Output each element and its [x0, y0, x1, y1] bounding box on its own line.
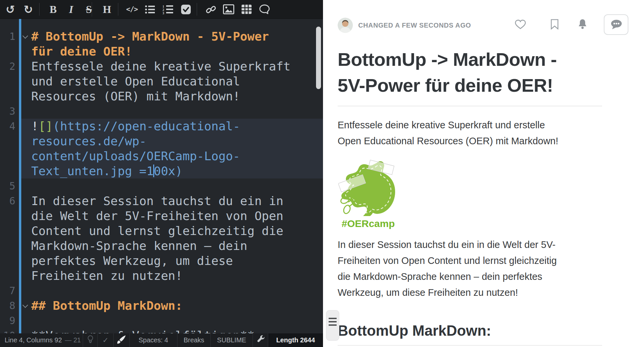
text-cursor — [153, 165, 154, 177]
section-divider — [338, 345, 602, 346]
heading-button[interactable]: H — [98, 2, 116, 17]
editor-pane: ↺↻BISH</>123 1# BottomUp -> MarkDown - 5… — [0, 0, 323, 347]
editor-row-16[interactable]: Freiheiten zu nutzen! — [0, 268, 323, 283]
code-line-text: In dieser Session tauchst du ein in — [31, 193, 283, 208]
editor-row-8[interactable]: content/uploads/OERCamp-Logo- — [0, 149, 323, 164]
editor-row-4[interactable]: Resources (OER) mit Markdown! — [0, 89, 323, 104]
check-icon — [181, 4, 191, 15]
author-avatar[interactable] — [338, 18, 353, 33]
code-editor[interactable]: 1# BottomUp -> MarkDown - 5V-Powerfür de… — [0, 19, 323, 333]
code-icon: </> — [126, 5, 138, 13]
avatar-photo — [338, 18, 353, 33]
code-line-text: **Verwahren & Vervielfältigen** — [31, 328, 255, 333]
editor-row-3[interactable]: und erstelle Open Educational — [0, 74, 323, 89]
status-indent-spaces[interactable]: Spaces: 4 — [130, 333, 177, 347]
code-line-text: Freiheiten zu nutzen! — [31, 268, 182, 283]
insert-link-button[interactable] — [202, 2, 220, 17]
strikethrough-button[interactable]: S — [80, 2, 98, 17]
italic-button[interactable]: I — [62, 2, 80, 17]
editor-row-12[interactable]: die Welt der 5V-Freiheiten von Open — [0, 208, 323, 223]
editor-row-9[interactable]: Text_unten.jpg =100x) — [0, 164, 323, 178]
strike-icon: S — [86, 2, 92, 17]
check-list-button[interactable] — [177, 2, 195, 17]
editor-row-0[interactable]: 1# BottomUp -> MarkDown - 5V-Power — [0, 29, 323, 44]
editor-row-6[interactable]: 4![](https://open-educational- — [0, 119, 323, 134]
line-number: 7 — [0, 283, 15, 298]
editor-row-18[interactable]: 8## BottomUp MarkDown: — [0, 298, 323, 313]
editor-row-2[interactable]: 2Entfessele deine kreative Superkraft — [0, 59, 323, 74]
redo-button[interactable]: ↻ — [19, 2, 37, 17]
preview-header: CHANGED A FEW SECONDS AGO — [338, 15, 471, 36]
editor-row-11[interactable]: 6In dieser Session tauchst du ein in — [0, 193, 323, 208]
code-line-text: Markdown-Sprache kennen – dein — [31, 238, 247, 253]
editor-row-10[interactable]: 5 — [0, 178, 323, 193]
undo-button[interactable]: ↺ — [1, 2, 19, 17]
fold-chevron-icon[interactable] — [23, 302, 28, 308]
editor-scrollbar-thumb[interactable] — [316, 27, 321, 89]
insert-comment-button[interactable] — [256, 2, 273, 17]
status-editor-settings[interactable] — [253, 333, 268, 347]
bulb-icon — [87, 335, 94, 346]
like-heart-icon[interactable] — [514, 19, 526, 31]
bullet-list-button[interactable] — [141, 2, 159, 17]
status-night-mode[interactable] — [83, 333, 98, 347]
status-linebreak-mode[interactable]: Breaks — [177, 333, 211, 347]
status-cursor-position: Line 4, Columns 92— 21 — [0, 333, 83, 347]
code-line-text: ![](https://open-educational- — [31, 119, 240, 134]
editor-toolbar: ↺↻BISH</>123 — [0, 0, 323, 19]
title-divider — [338, 106, 602, 106]
link-icon — [205, 4, 216, 15]
paragraph2-line3: die Markdown-Sprache kennen – dein perfe… — [338, 269, 542, 285]
editor-row-19[interactable]: 9 — [0, 313, 323, 328]
italic-icon: I — [69, 4, 73, 15]
comment-icon — [259, 4, 270, 15]
split-drag-handle[interactable] — [326, 310, 339, 340]
editor-row-7[interactable]: resources.de/wp- — [0, 134, 323, 149]
editor-row-17[interactable]: 7 — [0, 283, 323, 298]
editor-row-13[interactable]: Content und lernst gleichzeitig die — [0, 223, 323, 238]
status-doc-length: Length 2644 — [268, 333, 323, 347]
editor-row-5[interactable]: 3 — [0, 104, 323, 119]
code-line-text: die Welt der 5V-Freiheiten von Open — [31, 208, 283, 223]
insert-table-button[interactable] — [238, 2, 256, 17]
code-line-text: und erstelle Open Educational — [31, 74, 240, 89]
status-spellcheck[interactable]: ✓ — [98, 333, 114, 347]
line-number: 5 — [0, 178, 15, 193]
paragraph1-line2: Open Educational Resources (OER) mit Mar… — [338, 133, 558, 149]
spellcheck-icon: ✓ — [102, 336, 108, 344]
code-line-text: # BottomUp -> MarkDown - 5V-Power — [31, 29, 269, 44]
editor-row-1[interactable]: für deine OER! — [0, 44, 323, 59]
bookmark-icon[interactable] — [550, 19, 559, 31]
wrench-icon — [256, 335, 265, 345]
insert-image-button[interactable] — [220, 2, 238, 17]
oercamp-logo-graphic — [338, 159, 398, 216]
ul-icon — [145, 5, 155, 14]
paragraph2-line4: Werkzeug, um diese Freiheiten zu nutzen! — [338, 285, 518, 300]
paragraph1-line1: Entfessele deine kreative Superkraft und… — [338, 117, 545, 133]
section-heading: BottomUp MarkDown: — [338, 322, 491, 340]
doc-title-line1: BottomUp -> MarkDown - — [338, 47, 557, 72]
editor-row-14[interactable]: Markdown-Sprache kennen – dein — [0, 238, 323, 253]
code-block-button[interactable]: </> — [123, 2, 141, 17]
notification-bell-icon[interactable] — [578, 19, 588, 31]
editor-statusbar: Line 4, Columns 92— 21✓Spaces: 4BreaksSU… — [0, 333, 323, 347]
toolbar-separator — [39, 3, 40, 16]
editor-row-20[interactable]: 10**Verwahren & Vervielfältigen** — [0, 328, 323, 333]
comments-button[interactable] — [604, 14, 628, 35]
table-icon — [241, 4, 252, 14]
line-number: 9 — [0, 313, 15, 328]
status-theme-brush[interactable] — [114, 333, 130, 347]
line-number: 8 — [0, 298, 15, 313]
code-line-text: Entfessele deine kreative Superkraft — [31, 59, 290, 74]
status-keymap[interactable]: SUBLIME — [211, 333, 253, 347]
comment-bubble-icon — [609, 19, 623, 30]
bold-button[interactable]: B — [44, 2, 62, 17]
line-number: 1 — [0, 29, 15, 44]
image-icon — [223, 4, 234, 14]
fold-chevron-icon[interactable] — [23, 33, 28, 39]
code-line-text: Resources (OER) mit Markdown! — [31, 89, 240, 104]
numbered-list-button[interactable]: 123 — [159, 2, 177, 17]
last-changed-status: CHANGED A FEW SECONDS AGO — [358, 22, 471, 29]
editor-row-15[interactable]: perfektes Werkzeug, um diese — [0, 253, 323, 268]
oercamp-logo-caption: #OERcamp — [338, 218, 398, 229]
